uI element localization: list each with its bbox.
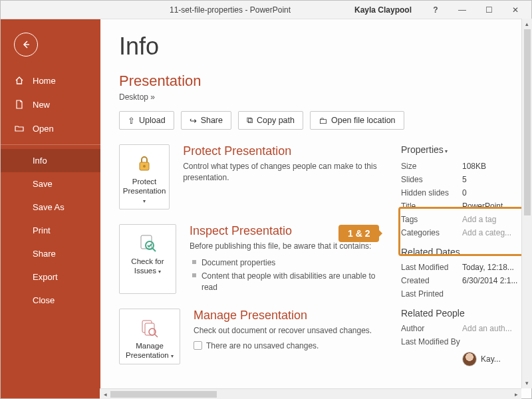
sidebar-item-share[interactable]: Share xyxy=(1,242,100,265)
prop-title[interactable]: TitlePowerPoint ... xyxy=(401,201,531,211)
nav-label: Save As xyxy=(33,202,65,212)
scroll-thumb[interactable] xyxy=(524,29,531,215)
sidebar-item-info[interactable]: Info xyxy=(1,149,100,172)
lock-icon xyxy=(132,152,156,176)
file-name: Presentation xyxy=(119,72,531,90)
app-window: 11-set-file-properties - PowerPoint Kayl… xyxy=(0,0,532,399)
nav-label: Export xyxy=(33,272,58,282)
prop-categories[interactable]: CategoriesAdd a categ... xyxy=(401,228,531,237)
svg-point-1 xyxy=(143,165,146,168)
link-icon: ⧉ xyxy=(247,115,253,126)
info-sections: Protect Presentation ▾ Protect Presentat… xyxy=(119,144,378,376)
section-title: Manage Presentation xyxy=(194,309,372,323)
scroll-thumb[interactable] xyxy=(110,391,217,398)
nav-label: New xyxy=(33,100,50,110)
scroll-left-icon[interactable]: ◂ xyxy=(100,391,110,398)
section-desc: Control what types of changes people can… xyxy=(183,161,378,184)
nav-label: Open xyxy=(33,124,54,134)
window-title: 11-set-file-properties - PowerPoint xyxy=(170,5,291,15)
share-icon: ↪ xyxy=(190,116,197,126)
action-buttons: ⇧Upload ↪Share ⧉Copy path 🗀Open file loc… xyxy=(119,111,531,130)
btn-label: Share xyxy=(201,116,223,125)
section-desc: Before publishing this file, be aware th… xyxy=(190,241,378,252)
properties-panel: Properties▾ Size108KB Slides5 Hidden sli… xyxy=(401,144,531,376)
sidebar-item-home[interactable]: Home xyxy=(1,68,100,92)
sidebar-item-save[interactable]: Save xyxy=(1,172,100,196)
folder-icon: 🗀 xyxy=(319,116,327,126)
manage-icon xyxy=(138,316,162,340)
sidebar-item-close[interactable]: Close xyxy=(1,289,100,312)
tutorial-callout: 1 & 2 xyxy=(338,225,379,242)
titlebar: 11-set-file-properties - PowerPoint Kayl… xyxy=(1,1,531,19)
scroll-down-icon[interactable]: ▾ xyxy=(525,378,529,388)
file-path[interactable]: Desktop » xyxy=(119,92,531,102)
related-dates-header: Related Dates xyxy=(401,247,531,257)
properties-dropdown[interactable]: Properties▾ xyxy=(401,144,531,155)
maximize-button[interactable]: ☐ xyxy=(475,1,502,19)
prop-size: Size108KB xyxy=(401,162,531,171)
help-button[interactable]: ? xyxy=(422,1,449,19)
horizontal-scrollbar[interactable]: ◂ ▸ xyxy=(100,388,521,399)
prop-slides: Slides5 xyxy=(401,175,531,184)
btn-label: Open file location xyxy=(331,116,396,125)
manage-presentation-button[interactable]: Manage Presentation ▾ xyxy=(119,309,180,365)
share-button[interactable]: ↪Share xyxy=(181,111,231,130)
scroll-track[interactable] xyxy=(110,391,511,398)
page-title: Info xyxy=(119,33,531,61)
sidebar-item-save-as[interactable]: Save As xyxy=(1,196,100,219)
prop-author[interactable]: AuthorAdd an auth... xyxy=(401,324,531,333)
section-title: Protect Presentation xyxy=(183,144,378,158)
scroll-track[interactable] xyxy=(524,29,531,378)
btn-label: Manage Presentation xyxy=(126,342,169,359)
info-page: Info Presentation Desktop » ⇧Upload ↪Sha… xyxy=(100,19,531,398)
vertical-scrollbar[interactable]: ▴ ▾ xyxy=(521,19,532,388)
copy-path-button[interactable]: ⧉Copy path xyxy=(238,111,303,130)
window-controls: ? — ☐ ✕ xyxy=(422,1,529,19)
btn-label: Upload xyxy=(139,116,166,125)
back-button[interactable] xyxy=(14,33,38,57)
list-item: Content that people with disabilities ar… xyxy=(190,269,378,293)
inspect-icon xyxy=(136,231,160,255)
scroll-up-icon[interactable]: ▴ xyxy=(525,19,529,29)
person-name: Kay... xyxy=(481,354,501,364)
protect-section: Protect Presentation ▾ Protect Presentat… xyxy=(119,144,378,209)
list-item: Document properties xyxy=(190,256,378,269)
prop-last-modified: Last ModifiedToday, 12:18... xyxy=(401,263,531,272)
main-area: Home New Open Info Save Save As Print Sh… xyxy=(1,19,531,398)
prop-tags[interactable]: TagsAdd a tag xyxy=(401,215,531,224)
sidebar-item-open[interactable]: Open xyxy=(1,116,100,140)
scroll-right-icon[interactable]: ▸ xyxy=(511,391,521,398)
nav-label: Home xyxy=(33,76,56,86)
arrow-left-icon xyxy=(20,39,32,51)
signed-in-user[interactable]: Kayla Claypool xyxy=(354,5,412,15)
btn-label: Copy path xyxy=(257,116,295,125)
home-icon xyxy=(14,75,25,86)
sidebar-item-print[interactable]: Print xyxy=(1,219,100,242)
open-icon xyxy=(14,123,25,134)
prop-hidden-slides: Hidden slides0 xyxy=(401,188,531,198)
nav-label: Close xyxy=(33,295,55,305)
nav-label: Save xyxy=(33,179,53,189)
minimize-button[interactable]: — xyxy=(449,1,475,19)
protect-presentation-button[interactable]: Protect Presentation ▾ xyxy=(119,144,170,209)
btn-label: Protect Presentation xyxy=(123,178,166,195)
sidebar-item-new[interactable]: New xyxy=(1,92,100,116)
section-desc: Check out document or recover unsaved ch… xyxy=(194,325,372,336)
prop-last-modified-by: Last Modified By xyxy=(401,337,531,346)
open-location-button[interactable]: 🗀Open file location xyxy=(310,111,404,130)
check-for-issues-button[interactable]: Check for Issues ▾ xyxy=(119,224,176,293)
prop-created: Created6/30/2014 2:1... xyxy=(401,276,531,285)
sidebar-item-export[interactable]: Export xyxy=(1,265,100,289)
nav-label: Info xyxy=(33,156,47,166)
close-window-button[interactable]: ✕ xyxy=(502,1,529,19)
upload-button[interactable]: ⇧Upload xyxy=(119,111,174,130)
unsaved-note: There are no unsaved changes. xyxy=(206,341,319,350)
upload-icon: ⇧ xyxy=(128,116,135,126)
nav-label: Share xyxy=(33,249,56,259)
backstage-sidebar: Home New Open Info Save Save As Print Sh… xyxy=(1,19,100,398)
nav-label: Print xyxy=(33,225,51,235)
new-icon xyxy=(14,99,25,110)
manage-section: Manage Presentation ▾ Manage Presentatio… xyxy=(119,309,378,365)
chevron-down-icon: ▾ xyxy=(445,148,448,154)
chevron-down-icon: ▾ xyxy=(158,269,161,275)
